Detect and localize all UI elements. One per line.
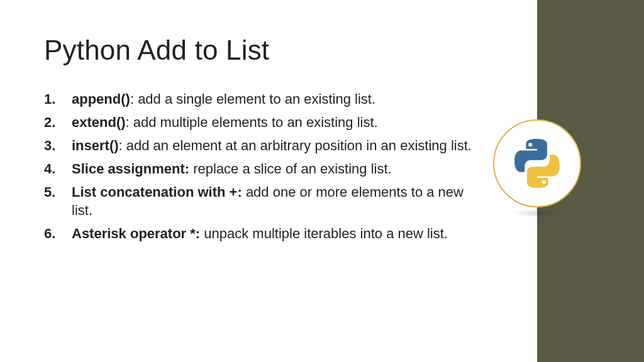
list-item: Slice assignment: replace a slice of an … — [44, 160, 472, 178]
description: add an element at an arbitrary position … — [126, 138, 472, 153]
description: add multiple elements to an existing lis… — [133, 114, 378, 130]
sep: : — [126, 114, 133, 130]
term: insert() — [72, 138, 119, 153]
list-item: insert(): add an element at an arbitrary… — [44, 136, 472, 155]
term: extend() — [72, 114, 126, 130]
description: unpack multiple iterables into a new lis… — [204, 226, 448, 241]
description: add a single element to an existing list… — [138, 91, 375, 107]
list-item: append(): add a single element to an exi… — [44, 90, 472, 108]
term: append() — [72, 91, 130, 107]
python-logo-icon — [511, 137, 564, 190]
list-item: extend(): add multiple elements to an ex… — [44, 113, 472, 131]
description: replace a slice of an existing list. — [193, 161, 392, 177]
slide-content: Python Add to List append(): add a singl… — [44, 35, 472, 248]
python-logo-badge — [493, 119, 581, 207]
list-item: Asterisk operator *: unpack multiple ite… — [44, 224, 472, 243]
list-item: List concatenation with +: add one or mo… — [44, 183, 472, 219]
term: Asterisk operator *: — [72, 226, 200, 241]
slide: Python Add to List append(): add a singl… — [0, 0, 644, 362]
slide-title: Python Add to List — [44, 35, 472, 66]
term: Slice assignment: — [72, 161, 189, 177]
methods-list: append(): add a single element to an exi… — [44, 90, 472, 243]
sep: : — [130, 91, 138, 107]
sep: : — [119, 138, 126, 153]
term: List concatenation with +: — [72, 184, 242, 200]
